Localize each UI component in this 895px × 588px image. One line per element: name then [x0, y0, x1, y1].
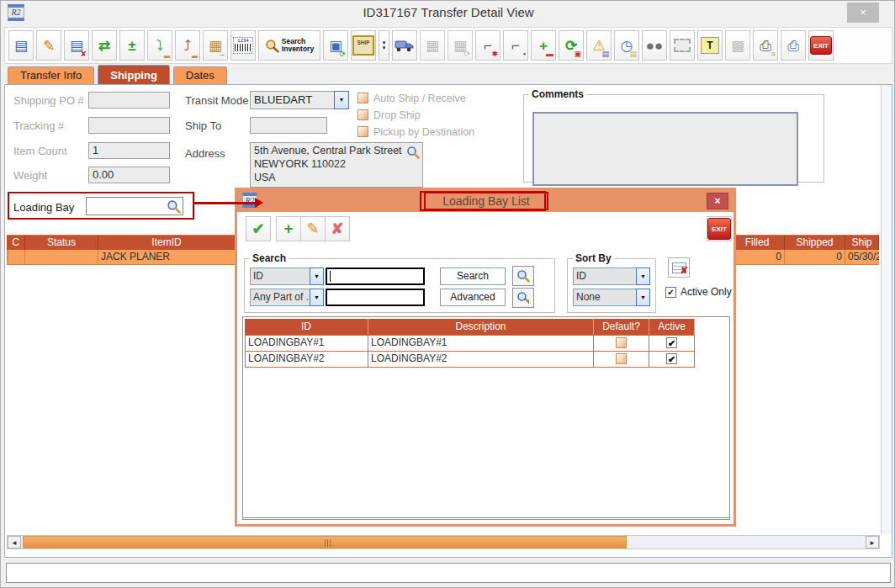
col-description[interactable]: Description: [368, 319, 594, 335]
col-default[interactable]: Default?: [594, 319, 649, 335]
icon-glyph: ≡: [771, 50, 776, 58]
advanced-button[interactable]: Advanced: [440, 289, 506, 306]
search-inventory-label: Search Inventory: [282, 38, 314, 54]
search-magnifier-button[interactable]: [512, 266, 534, 286]
group-items-icon[interactable]: ●●: [642, 30, 667, 61]
crate-icon-disabled[interactable]: ▦: [420, 30, 445, 61]
transit-mode-combo[interactable]: BLUEDART ▼: [250, 91, 349, 109]
icon-glyph: ⌐: [511, 39, 520, 53]
default-checkbox[interactable]: [616, 353, 627, 364]
search-button[interactable]: Search: [440, 268, 506, 285]
crate-return-icon-disabled[interactable]: ▦⟳: [448, 30, 473, 61]
tab-transfer-info[interactable]: Transfer Info: [8, 66, 94, 84]
add-remove-icon[interactable]: ±: [119, 30, 145, 61]
accept-icon[interactable]: ✔: [246, 216, 271, 241]
loading-bay-row[interactable]: LOADINGBAY#1LOADINGBAY#1✔: [246, 336, 695, 352]
address-search-icon[interactable]: [406, 146, 420, 159]
advanced-search-button[interactable]: [512, 288, 534, 308]
icon-glyph: →: [218, 50, 225, 58]
annotation-loading-bay-box: [8, 192, 194, 220]
delete-x-icon[interactable]: ✘: [325, 216, 350, 241]
scroll-right-button[interactable]: ►: [866, 536, 879, 548]
edit-notepad-icon[interactable]: ✎: [36, 30, 61, 61]
scanner-gun-icon[interactable]: ⌐✱: [475, 30, 500, 61]
icon-glyph: ▦: [426, 39, 439, 53]
truck-icon[interactable]: [392, 30, 417, 61]
alert-document-icon[interactable]: ⚠▤: [586, 30, 612, 61]
sync-containers-icon[interactable]: ⟳▣: [559, 30, 584, 61]
drop-ship-checkbox: [357, 109, 368, 120]
active-checkbox[interactable]: ✔: [666, 337, 677, 348]
col-active[interactable]: Active: [649, 319, 695, 335]
multi-select-icon-disabled[interactable]: ▩: [725, 30, 750, 61]
truck-ticket-icon[interactable]: T: [697, 30, 723, 61]
col-shipped[interactable]: Shipped: [785, 235, 845, 250]
exit-glyph: EXIT: [707, 218, 731, 240]
search-legend: Search: [250, 252, 289, 264]
tab-dates[interactable]: Dates: [173, 66, 227, 84]
col-ship-date[interactable]: Ship Da: [845, 235, 879, 250]
active-only-checkbox[interactable]: ✔: [665, 287, 676, 298]
active-checkbox[interactable]: ✔: [666, 353, 677, 364]
return-stock-icon[interactable]: ⤴▂: [175, 30, 200, 61]
loading-bay-row[interactable]: LOADINGBAY#2LOADINGBAY#2✔: [246, 352, 695, 368]
view-document-icon[interactable]: ▤: [8, 30, 34, 61]
horizontal-scrollbar[interactable]: ◄ ►: [7, 535, 880, 549]
chevron-down-icon[interactable]: ▼: [310, 268, 324, 285]
more-options-icon[interactable]: ▾ ▾: [379, 30, 389, 61]
search-field-combo[interactable]: ID ▼: [250, 268, 324, 285]
close-button[interactable]: ×: [847, 3, 879, 23]
add-icon[interactable]: +: [276, 216, 301, 241]
icon-glyph: ⟳: [339, 50, 346, 58]
chevron-down-icon[interactable]: ▼: [310, 289, 324, 306]
refresh-icon[interactable]: ⇄: [92, 30, 117, 61]
search-input-2[interactable]: [326, 289, 425, 306]
cycle-count-icon[interactable]: ▣⟳: [323, 30, 348, 61]
barcode-icon[interactable]: 1234: [230, 30, 256, 61]
receive-stock-icon[interactable]: ⤵▂: [147, 30, 172, 61]
list-cell: LOADINGBAY#2: [368, 352, 594, 368]
selection-icon-disabled[interactable]: [670, 30, 695, 61]
exit-button[interactable]: EXIT: [707, 216, 732, 241]
print-list-icon[interactable]: ⎙≡: [753, 30, 778, 61]
delete-record-icon[interactable]: ▤✘: [64, 30, 89, 61]
scroll-left-button[interactable]: ◄: [8, 536, 21, 548]
ship-stamp-icon[interactable]: SHIP: [351, 30, 376, 61]
ship-stamp-glyph: SHIP: [352, 35, 374, 56]
magnifier-icon: [265, 39, 279, 53]
row-checkbox[interactable]: [7, 250, 8, 263]
vertical-scrollbar[interactable]: [881, 85, 892, 534]
notes-history-icon[interactable]: ◷▤: [614, 30, 639, 61]
chevron-down-icon[interactable]: ▼: [334, 91, 349, 109]
transfer-stock-icon[interactable]: ▦→: [203, 30, 228, 61]
col-status[interactable]: Status: [25, 235, 98, 250]
scanner-save-icon[interactable]: ⌐▪: [503, 30, 528, 61]
icon-glyph: ✔: [252, 221, 264, 236]
col-filled[interactable]: Filled: [730, 235, 785, 250]
tab-shipping[interactable]: Shipping: [98, 65, 170, 84]
icon-glyph: ⤴: [184, 39, 192, 53]
list-cell: LOADINGBAY#1: [246, 336, 368, 352]
print-icon[interactable]: ⎙: [781, 30, 806, 61]
chevron-down-icon[interactable]: ▼: [636, 268, 650, 285]
sort-secondary-combo[interactable]: None ▼: [573, 289, 650, 306]
col-c[interactable]: C: [7, 235, 25, 250]
address-field[interactable]: 5th Avenue, Central Park Street NEWYORK …: [250, 142, 423, 188]
sort-primary-combo[interactable]: ID ▼: [573, 268, 650, 285]
col-itemid[interactable]: ItemID: [98, 235, 236, 250]
adjust-quantity-icon[interactable]: +▬: [531, 30, 556, 61]
export-remove-button[interactable]: ✘: [668, 257, 690, 278]
search-input[interactable]: [326, 268, 425, 285]
search-inventory-button[interactable]: Search Inventory: [258, 30, 320, 61]
tracking-field: [88, 117, 170, 134]
modal-close-button[interactable]: ×: [707, 193, 728, 209]
comments-textarea[interactable]: [532, 112, 798, 186]
icon-glyph: ▤: [601, 50, 609, 58]
search-match-combo[interactable]: Any Part of ... ▼: [250, 289, 324, 306]
default-checkbox[interactable]: [616, 337, 627, 348]
chevron-down-icon[interactable]: ▼: [636, 289, 650, 306]
edit-pencil-icon[interactable]: ✎: [300, 216, 326, 241]
scrollbar-thumb[interactable]: [23, 536, 627, 548]
exit-button[interactable]: EXIT: [808, 30, 834, 61]
col-id[interactable]: ID: [245, 319, 368, 335]
